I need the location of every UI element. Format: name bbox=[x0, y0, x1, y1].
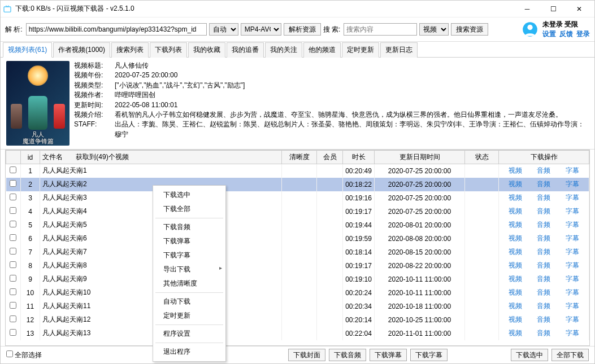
url-input[interactable] bbox=[26, 23, 207, 36]
op-video[interactable]: 视频 bbox=[509, 220, 522, 230]
op-subtitle[interactable]: 字幕 bbox=[566, 234, 579, 243]
op-video[interactable]: 视频 bbox=[509, 193, 522, 203]
ctx-item[interactable]: 程序设置 bbox=[153, 327, 225, 341]
settings-link[interactable]: 设置 bbox=[542, 29, 556, 39]
op-video[interactable]: 视频 bbox=[509, 288, 522, 297]
op-video[interactable]: 视频 bbox=[509, 274, 522, 284]
dl-all-button[interactable]: 全部下载 bbox=[551, 349, 589, 361]
ctx-item[interactable]: 导出下载 bbox=[153, 262, 225, 277]
table-row[interactable]: 5凡人风起天南500:19:442020-08-01 20:00:00视频音频字… bbox=[6, 218, 589, 232]
op-video[interactable]: 视频 bbox=[509, 315, 522, 324]
op-audio[interactable]: 音频 bbox=[537, 166, 550, 176]
row-checkbox[interactable] bbox=[10, 234, 16, 241]
table-row[interactable]: 2凡人风起天南200:18:222020-07-25 20:00:00视频音频字… bbox=[6, 178, 589, 191]
close-button[interactable]: ✕ bbox=[566, 1, 592, 17]
op-video[interactable]: 视频 bbox=[509, 328, 522, 338]
op-audio[interactable]: 音频 bbox=[537, 179, 550, 189]
op-subtitle[interactable]: 字幕 bbox=[566, 247, 579, 257]
table-row[interactable]: 4凡人风起天南400:19:172020-07-25 20:00:00视频音频字… bbox=[6, 205, 589, 218]
table-row[interactable]: 3凡人风起天南300:19:162020-07-25 20:00:00视频音频字… bbox=[6, 191, 589, 205]
dl-sub-button[interactable]: 下载字幕 bbox=[410, 349, 448, 361]
table-row[interactable]: 7凡人风起天南700:18:142020-08-15 20:00:00视频音频字… bbox=[6, 245, 589, 259]
dl-audio-button[interactable]: 下载音频 bbox=[329, 349, 366, 361]
op-video[interactable]: 视频 bbox=[509, 179, 522, 189]
ctx-item[interactable]: 其他清晰度 bbox=[153, 277, 225, 291]
maximize-button[interactable]: ☐ bbox=[540, 1, 566, 17]
search-input[interactable] bbox=[344, 23, 417, 36]
ctx-item[interactable]: 下载选中 bbox=[153, 188, 225, 202]
table-row[interactable]: 10凡人风起天南1000:20:242020-10-11 11:00:00视频音… bbox=[6, 286, 589, 300]
row-checkbox[interactable] bbox=[10, 194, 16, 200]
table-row[interactable]: 12凡人风起天南1200:20:142020-10-25 11:00:00视频音… bbox=[6, 313, 589, 327]
op-subtitle[interactable]: 字幕 bbox=[566, 301, 579, 311]
minimize-button[interactable]: ─ bbox=[514, 1, 540, 17]
row-checkbox[interactable] bbox=[10, 288, 16, 295]
tab-3[interactable]: 下载列表 bbox=[150, 42, 187, 58]
op-audio[interactable]: 音频 bbox=[537, 328, 550, 338]
row-checkbox[interactable] bbox=[10, 180, 16, 187]
row-checkbox[interactable] bbox=[10, 315, 16, 322]
table-row[interactable]: 9凡人风起天南900:19:102020-10-11 11:00:00视频音频字… bbox=[6, 273, 589, 286]
tab-4[interactable]: 我的收藏 bbox=[188, 42, 225, 58]
op-subtitle[interactable]: 字幕 bbox=[566, 207, 579, 216]
ctx-item[interactable]: 下载全部 bbox=[153, 202, 225, 216]
search-type-select[interactable]: 视频 bbox=[419, 23, 449, 36]
feedback-link[interactable]: 反馈 bbox=[559, 29, 573, 39]
dl-cover-button[interactable]: 下载封面 bbox=[288, 349, 325, 361]
op-video[interactable]: 视频 bbox=[509, 166, 522, 176]
ctx-item[interactable]: 自动下载 bbox=[153, 295, 225, 309]
op-audio[interactable]: 音频 bbox=[537, 247, 550, 257]
op-video[interactable]: 视频 bbox=[509, 301, 522, 311]
dl-selected-button[interactable]: 下载选中 bbox=[511, 349, 548, 361]
row-checkbox[interactable] bbox=[10, 329, 16, 336]
op-video[interactable]: 视频 bbox=[509, 261, 522, 270]
row-checkbox[interactable] bbox=[10, 261, 16, 268]
ctx-item[interactable]: 退出程序 bbox=[153, 345, 225, 359]
row-checkbox[interactable] bbox=[10, 166, 16, 173]
row-checkbox[interactable] bbox=[10, 207, 16, 214]
tab-0[interactable]: 视频列表(61) bbox=[3, 42, 52, 58]
op-audio[interactable]: 音频 bbox=[537, 288, 550, 297]
op-audio[interactable]: 音频 bbox=[537, 234, 550, 243]
op-video[interactable]: 视频 bbox=[509, 247, 522, 257]
op-subtitle[interactable]: 字幕 bbox=[566, 193, 579, 203]
op-subtitle[interactable]: 字幕 bbox=[566, 220, 579, 230]
search-button[interactable]: 搜索资源 bbox=[451, 23, 488, 36]
op-subtitle[interactable]: 字幕 bbox=[566, 274, 579, 284]
op-audio[interactable]: 音频 bbox=[537, 207, 550, 216]
op-subtitle[interactable]: 字幕 bbox=[566, 328, 579, 338]
auto-select[interactable]: 自动 bbox=[209, 23, 238, 36]
tab-9[interactable]: 更新日志 bbox=[380, 42, 418, 58]
video-table[interactable]: id 文件名 获取到(49)个视频 清晰度 会员 时长 更新日期时间 状态 下载… bbox=[5, 150, 590, 346]
user-icon[interactable] bbox=[522, 21, 538, 37]
tab-5[interactable]: 我的追番 bbox=[227, 42, 264, 58]
tab-6[interactable]: 我的关注 bbox=[265, 42, 302, 58]
op-audio[interactable]: 音频 bbox=[537, 274, 550, 284]
op-audio[interactable]: 音频 bbox=[537, 315, 550, 324]
dl-danmu-button[interactable]: 下载弹幕 bbox=[370, 349, 407, 361]
op-audio[interactable]: 音频 bbox=[537, 193, 550, 203]
ctx-item[interactable]: 下载音频 bbox=[153, 220, 225, 234]
op-subtitle[interactable]: 字幕 bbox=[566, 315, 579, 324]
table-row[interactable]: 6凡人风起天南600:19:592020-08-08 20:00:00视频音频字… bbox=[6, 232, 589, 245]
op-audio[interactable]: 音频 bbox=[537, 220, 550, 230]
op-audio[interactable]: 音频 bbox=[537, 301, 550, 311]
row-checkbox[interactable] bbox=[10, 302, 16, 309]
ctx-item[interactable]: 下载弹幕 bbox=[153, 234, 225, 248]
format-select[interactable]: MP4-AVC bbox=[241, 23, 281, 36]
tab-7[interactable]: 他的频道 bbox=[303, 42, 341, 58]
op-subtitle[interactable]: 字幕 bbox=[566, 179, 579, 189]
tab-1[interactable]: 作者视频(1000) bbox=[53, 42, 110, 58]
op-video[interactable]: 视频 bbox=[509, 207, 522, 216]
row-checkbox[interactable] bbox=[10, 221, 16, 227]
op-subtitle[interactable]: 字幕 bbox=[566, 288, 579, 297]
table-row[interactable]: 8凡人风起天南800:19:172020-08-22 20:00:00视频音频字… bbox=[6, 259, 589, 273]
row-checkbox[interactable] bbox=[10, 275, 16, 282]
table-row[interactable]: 13凡人风起天南1300:22:042020-11-01 11:00:00视频音… bbox=[6, 327, 589, 340]
table-row[interactable]: 11凡人风起天南1100:20:342020-10-18 11:00:00视频音… bbox=[6, 300, 589, 313]
row-checkbox[interactable] bbox=[10, 248, 16, 255]
op-subtitle[interactable]: 字幕 bbox=[566, 261, 579, 270]
op-audio[interactable]: 音频 bbox=[537, 261, 550, 270]
op-video[interactable]: 视频 bbox=[509, 234, 522, 243]
table-row[interactable]: 1凡人风起天南100:20:492020-07-25 20:00:00视频音频字… bbox=[6, 164, 589, 178]
